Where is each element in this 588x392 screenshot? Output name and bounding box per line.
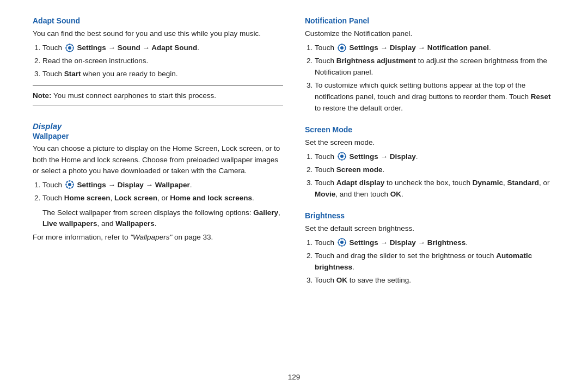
svg-point-21 [340,46,344,50]
settings-icon-3 [338,44,346,52]
wallpaper-step-1: Touch [42,180,283,191]
notification-panel-steps: Touch [315,42,555,114]
svg-point-11 [68,183,71,186]
svg-point-43 [341,246,342,247]
settings-icon-4 [338,152,346,161]
svg-point-35 [345,156,346,157]
notification-panel-paragraph: Customize the Notification panel. [305,28,555,39]
svg-point-1 [68,46,71,50]
svg-point-4 [65,47,66,48]
screen-mode-step-2: Touch Screen mode. [315,164,555,176]
page-number: 129 [33,373,555,381]
svg-point-16 [66,181,68,182]
svg-point-34 [338,156,339,157]
screen-mode-step-1: Touch [315,151,555,163]
svg-point-41 [340,241,344,244]
svg-point-5 [72,47,74,48]
svg-point-42 [341,238,342,240]
svg-point-28 [339,50,340,51]
svg-point-14 [65,184,66,185]
svg-point-48 [339,244,340,246]
brightness-step-1: Touch [315,237,555,249]
svg-point-47 [344,239,345,240]
svg-point-17 [71,181,72,182]
brightness-steps: Touch [315,237,555,286]
svg-point-33 [341,160,342,161]
svg-point-23 [341,51,342,52]
adapt-sound-paragraph: You can find the best sound for you and … [33,28,283,39]
wallpaper-steps: Touch [42,180,283,204]
page-container: Adapt Sound You can find the best sound … [0,0,588,392]
svg-point-3 [69,51,70,52]
display-section: Display Wallpaper You can choose a pictu… [33,114,283,246]
settings-icon-2 [65,180,74,189]
svg-point-12 [69,181,70,182]
screen-mode-section: Screen Mode Set the screen mode. Touch [305,125,555,204]
svg-point-25 [345,47,346,48]
adapt-sound-title: Adapt Sound [33,16,283,25]
svg-point-8 [66,50,68,51]
svg-point-26 [339,45,340,46]
svg-point-7 [71,45,72,46]
svg-point-9 [71,50,72,51]
notification-panel-section: Notification Panel Customize the Notific… [305,16,555,118]
svg-point-22 [341,44,342,45]
svg-point-32 [341,152,342,154]
brightness-section: Brightness Set the default screen bright… [305,211,555,290]
svg-point-6 [66,45,68,46]
svg-point-19 [71,187,72,188]
svg-point-49 [344,244,345,246]
left-column: Adapt Sound You can find the best sound … [33,16,283,367]
wallpaper-paragraph: You can choose a picture to display on t… [33,143,283,176]
svg-point-13 [69,188,70,189]
svg-point-2 [69,44,70,45]
svg-point-15 [72,184,74,185]
screen-mode-step-3: Touch Adapt display to uncheck the box, … [315,177,555,200]
right-column: Notification Panel Customize the Notific… [305,16,555,367]
adapt-sound-steps: Touch [42,42,283,80]
wallpaper-section: Wallpaper You can choose a picture to di… [33,132,283,243]
svg-point-39 [344,158,345,160]
settings-icon-1 [65,44,74,52]
notification-panel-step-3: To customize which quick setting buttons… [315,80,555,114]
adapt-sound-note: Note: You must connect earphones to star… [33,85,283,106]
svg-point-29 [344,50,345,51]
svg-point-18 [66,187,68,188]
screen-mode-title: Screen Mode [305,125,555,134]
svg-point-31 [340,155,344,158]
settings-icon-5 [338,238,346,247]
svg-point-37 [344,153,345,154]
screen-mode-steps: Touch [315,151,555,200]
svg-point-27 [344,45,345,46]
adapt-sound-step-2: Read the on-screen instructions. [42,56,283,67]
svg-point-24 [338,47,339,48]
svg-point-36 [339,153,340,154]
wallpaper-sub-paragraph: The Select wallpaper from screen display… [42,207,283,230]
notification-panel-step-1: Touch [315,42,555,54]
brightness-title: Brightness [305,211,555,220]
wallpaper-footer: For more information, refer to "Wallpape… [33,232,283,243]
svg-point-45 [345,242,346,243]
notification-panel-title: Notification Panel [305,16,555,25]
adapt-sound-step-3: Touch Start when you are ready to begin. [42,69,283,80]
svg-point-46 [339,239,340,240]
two-column-layout: Adapt Sound You can find the best sound … [33,16,555,367]
brightness-step-3: Touch OK to save the setting. [315,275,555,286]
brightness-paragraph: Set the default screen brightness. [305,223,555,234]
adapt-sound-step-1: Touch [42,42,283,54]
svg-point-44 [338,242,339,243]
screen-mode-paragraph: Set the screen mode. [305,137,555,148]
svg-point-38 [339,158,340,160]
notification-panel-step-2: Touch Brightness adjustment to adjust th… [315,56,555,78]
adapt-sound-section: Adapt Sound You can find the best sound … [33,16,283,114]
wallpaper-title: Wallpaper [33,132,283,140]
display-title: Display [33,121,283,131]
brightness-step-2: Touch and drag the slider to set the bri… [315,250,555,273]
wallpaper-step-2: Touch Home screen, Lock screen, or Home … [42,193,283,204]
